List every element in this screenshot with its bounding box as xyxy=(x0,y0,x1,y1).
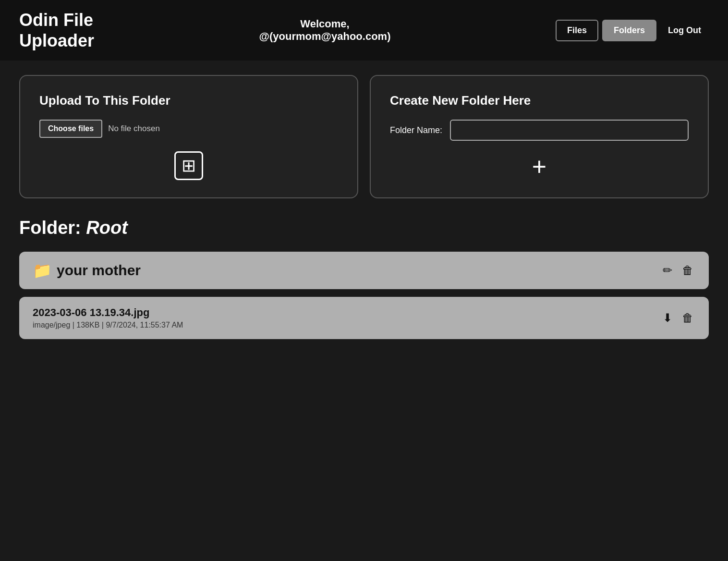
plus-icon: + xyxy=(532,154,546,179)
delete-icon: 🗑 xyxy=(682,311,693,324)
welcome-text: Welcome, @(yourmom@yahoo.com) xyxy=(259,18,391,43)
folder-heading: Folder: Root xyxy=(19,218,709,238)
app-header: Odin File Uploader Welcome, @(yourmom@ya… xyxy=(0,0,728,61)
file-item-meta: image/jpeg | 138KB | 9/7/2024, 11:55:37 … xyxy=(33,321,183,329)
file-item-name: 2023-03-06 13.19.34.jpg xyxy=(33,306,183,319)
choose-files-button[interactable]: Choose files xyxy=(39,120,102,138)
card-row: Upload To This Folder Choose files No fi… xyxy=(19,75,709,198)
folder-item-actions: ✏ 🗑 xyxy=(661,262,695,279)
file-item-actions: ⬇ 🗑 xyxy=(661,309,695,327)
folder-item-name: 📁 your mother xyxy=(33,261,141,280)
file-delete-button[interactable]: 🗑 xyxy=(680,309,695,327)
upload-card: Upload To This Folder Choose files No fi… xyxy=(19,75,358,198)
create-folder-card-title: Create New Folder Here xyxy=(390,93,689,108)
upload-submit-button[interactable]: ⊞ xyxy=(174,151,203,180)
header-nav: Files Folders Log Out xyxy=(556,20,709,41)
folder-name-label: Folder Name: xyxy=(390,125,442,135)
app-title: Odin File Uploader xyxy=(19,10,94,51)
download-icon: ⬇ xyxy=(663,311,672,324)
delete-icon: 🗑 xyxy=(682,264,693,277)
list-item: 2023-03-06 13.19.34.jpg image/jpeg | 138… xyxy=(19,297,709,339)
folder-name-input[interactable] xyxy=(450,120,689,141)
folder-name-row: Folder Name: xyxy=(390,120,689,141)
file-item-left: 2023-03-06 13.19.34.jpg image/jpeg | 138… xyxy=(33,306,183,329)
file-download-button[interactable]: ⬇ xyxy=(661,309,674,327)
plus-box-icon: ⊞ xyxy=(182,157,196,174)
upload-card-title: Upload To This Folder xyxy=(39,93,338,108)
folder-icon: 📁 xyxy=(33,261,52,280)
folders-nav-button[interactable]: Folders xyxy=(602,20,656,41)
main-content: Upload To This Folder Choose files No fi… xyxy=(0,61,728,361)
folder-edit-button[interactable]: ✏ xyxy=(661,262,674,279)
create-folder-card: Create New Folder Here Folder Name: + xyxy=(370,75,709,198)
logout-button[interactable]: Log Out xyxy=(660,21,709,40)
folder-delete-button[interactable]: 🗑 xyxy=(680,262,695,279)
edit-icon: ✏ xyxy=(663,264,672,277)
files-nav-button[interactable]: Files xyxy=(556,20,598,41)
folder-item-left: 📁 your mother xyxy=(33,261,141,280)
file-input-row: Choose files No file chosen xyxy=(39,120,338,138)
no-file-text: No file chosen xyxy=(108,124,160,134)
create-folder-submit-button[interactable]: + xyxy=(390,154,689,179)
list-item: 📁 your mother ✏ 🗑 xyxy=(19,252,709,289)
